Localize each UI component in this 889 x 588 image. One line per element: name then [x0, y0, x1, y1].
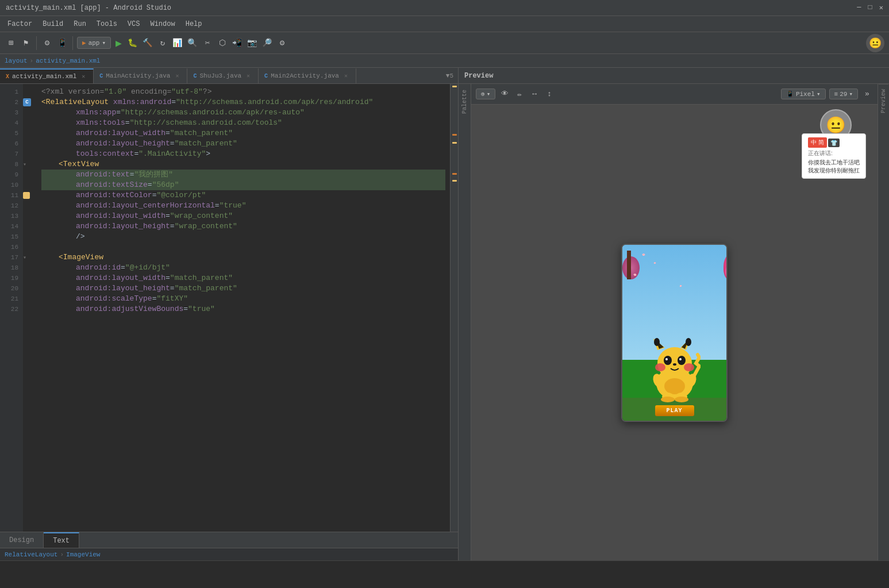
- tab-close-xml[interactable]: ✕: [79, 72, 87, 80]
- line-num-10: 10: [0, 180, 18, 190]
- gutter-10: [23, 180, 37, 190]
- tab-activity-main-xml[interactable]: X activity_main.xml ✕: [0, 68, 94, 83]
- fold-icon-17[interactable]: ▾: [23, 254, 26, 261]
- sidebar-tab-preview[interactable]: Preview: [879, 84, 888, 118]
- api-selector[interactable]: ≡ 29 ▾: [829, 89, 858, 99]
- code-editor[interactable]: <?xml version="1.0" encoding="utf-8"?> <…: [37, 84, 450, 532]
- terminal-icon[interactable]: ⬡: [216, 37, 229, 49]
- preview-expand-icon[interactable]: »: [861, 89, 873, 100]
- search-everywhere-icon[interactable]: 🔎: [261, 37, 274, 49]
- close-btn[interactable]: ✕: [879, 3, 883, 12]
- svg-point-20: [661, 397, 675, 402]
- refactor-icon[interactable]: ✂: [201, 37, 214, 49]
- line-num-17: 17: [0, 252, 18, 263]
- line-num-12: 12: [0, 201, 18, 211]
- path-relative-layout[interactable]: RelativeLayout: [5, 551, 57, 558]
- preview-toolbar: ⊕ ▾ 👁 ✏ ↔ ↕ 📱 Pixel ▾ ≡: [471, 84, 878, 105]
- sdk-manager-icon[interactable]: ⚙: [41, 37, 53, 49]
- tab-mainactivity-java[interactable]: C MainActivity.java ✕: [94, 68, 187, 83]
- svg-point-8: [664, 356, 672, 365]
- app-dropdown[interactable]: ▶ app ▾: [77, 37, 111, 49]
- code-line-1: <?xml version="1.0" encoding="utf-8"?>: [41, 87, 445, 97]
- gutter-18: [23, 263, 37, 273]
- device-selector[interactable]: 📱 Pixel ▾: [781, 89, 826, 99]
- gutter-icon-warn: [23, 192, 30, 199]
- tab-close-java2[interactable]: ✕: [244, 72, 252, 80]
- preview-header: Preview: [459, 68, 889, 84]
- path-image-view[interactable]: ImageView: [66, 551, 100, 558]
- xml-icon: X: [6, 74, 9, 80]
- menu-help[interactable]: Help: [181, 18, 207, 30]
- gutter-15: [23, 232, 37, 242]
- code-line-17: <ImageView: [41, 252, 445, 263]
- menu-factor[interactable]: Factor: [3, 18, 37, 30]
- preview-rotate-icon[interactable]: ↕: [544, 89, 555, 100]
- palette-label[interactable]: Palette: [460, 87, 469, 117]
- maximize-btn[interactable]: □: [868, 3, 872, 12]
- preview-eye-icon[interactable]: 👁: [499, 89, 510, 100]
- code-line-5: android:layout_width="match_parent": [41, 128, 445, 139]
- preview-pencil-icon[interactable]: ✏: [514, 89, 525, 100]
- settings-icon[interactable]: ⚙: [276, 37, 288, 49]
- tab-more[interactable]: ▼5: [441, 68, 458, 83]
- palette-sidebar: Palette: [459, 84, 471, 560]
- line-num-13: 13: [0, 211, 18, 221]
- tab-close-java1[interactable]: ✕: [173, 72, 181, 80]
- menu-build[interactable]: Build: [38, 18, 68, 30]
- code-line-3: xmlns:app="http://schemas.android.com/ap…: [41, 107, 445, 118]
- breadcrumb-layout[interactable]: layout: [5, 57, 28, 64]
- line-num-7: 7: [0, 149, 18, 159]
- analyze-icon[interactable]: 🔍: [186, 37, 199, 49]
- preview-panel: Preview Palette ⊕ ▾ 👁 ✏ ↔ ↕: [459, 68, 889, 560]
- tab-close-java3[interactable]: ✕: [342, 72, 350, 80]
- gutter-5: [23, 128, 37, 139]
- menu-tools[interactable]: Tools: [92, 18, 122, 30]
- java-icon-3: C: [264, 73, 268, 79]
- tab-label-java3: Main2Activity.java: [271, 72, 339, 79]
- activity-icon[interactable]: ⚑: [20, 37, 32, 49]
- menu-vcs[interactable]: VCS: [123, 18, 145, 30]
- sync-icon[interactable]: ↻: [156, 37, 169, 49]
- minimize-btn[interactable]: ─: [857, 3, 861, 12]
- code-line-15: />: [41, 232, 445, 242]
- svg-point-11: [679, 358, 682, 360]
- debug-btn[interactable]: 🐛: [126, 37, 139, 49]
- line-num-20: 20: [0, 283, 18, 294]
- profile-icon[interactable]: 📊: [171, 37, 184, 49]
- line-num-3: 3: [0, 107, 18, 118]
- gutter-3: [23, 107, 37, 118]
- scroll-marker-3: [452, 142, 457, 144]
- line-num-14: 14: [0, 221, 18, 232]
- bottom-tabs: Design Text: [0, 532, 458, 548]
- run-button[interactable]: ▶: [113, 36, 124, 51]
- breadcrumb-file[interactable]: activity_main.xml: [36, 57, 100, 64]
- code-line-22: android:adjustViewBounds="true": [41, 304, 445, 314]
- tab-text[interactable]: Text: [44, 532, 79, 548]
- line-num-6: 6: [0, 139, 18, 149]
- gutter-6: [23, 139, 37, 149]
- tab-shuju3-java[interactable]: C ShuJu3.java ✕: [187, 68, 259, 83]
- code-area: 1 2 3 4 5 6 7 8 9 10 11 12 13 14 15 16 1…: [0, 84, 458, 532]
- pikachu-svg: [649, 337, 701, 403]
- preview-toggle-btn[interactable]: ⊕ ▾: [476, 89, 495, 99]
- menu-run[interactable]: Run: [69, 18, 91, 30]
- fold-icon-8[interactable]: ▾: [23, 161, 26, 168]
- gutter-icons: C ▾ ▾: [23, 84, 37, 532]
- avd-icon[interactable]: 📱: [56, 37, 68, 49]
- layout-icon[interactable]: ⊞: [5, 37, 17, 49]
- svg-point-13: [684, 363, 694, 371]
- play-button[interactable]: PLAY: [655, 405, 694, 416]
- menu-window[interactable]: Window: [145, 18, 179, 30]
- toolbar-sep-1: [36, 36, 37, 50]
- preview-refresh-icon[interactable]: ↔: [529, 89, 540, 100]
- camera-icon[interactable]: 📷: [246, 37, 259, 49]
- device-icon[interactable]: 📲: [231, 37, 244, 49]
- tree-left: [622, 256, 640, 279]
- tab-design[interactable]: Design: [0, 532, 44, 548]
- tab-main2activity-java[interactable]: C Main2Activity.java ✕: [259, 68, 356, 83]
- line-num-19: 19: [0, 273, 18, 283]
- build-icon[interactable]: 🔨: [141, 37, 154, 49]
- code-line-19: android:layout_width="match_parent": [41, 273, 445, 283]
- line-num-1: 1: [0, 87, 18, 97]
- editor-panel: X activity_main.xml ✕ C MainActivity.jav…: [0, 68, 459, 560]
